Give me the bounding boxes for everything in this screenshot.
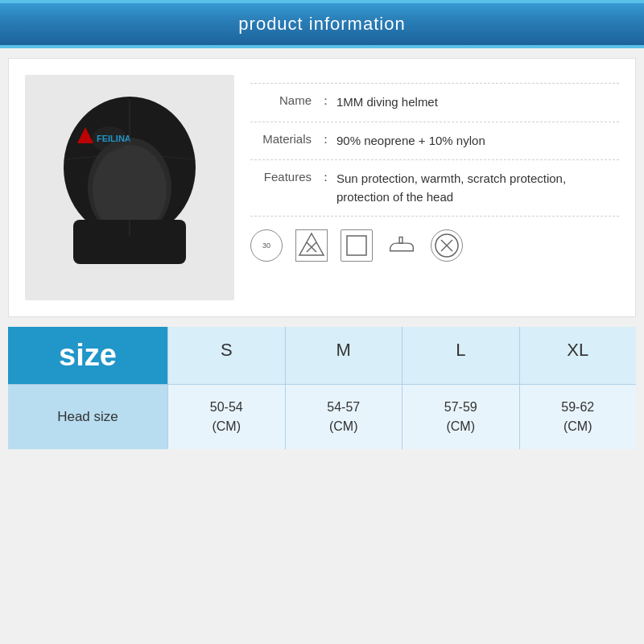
features-colon: ： <box>315 170 336 185</box>
size-header-row: size S M L XL <box>8 327 636 384</box>
col-header-m: M <box>285 327 402 384</box>
features-row: Features ： Sun protection, warmth, scrat… <box>250 160 619 217</box>
materials-value: 90% neoprene + 10% nylon <box>336 132 619 151</box>
features-label: Features <box>250 170 315 184</box>
features-value: Sun protection, warmth, scratch protecti… <box>336 170 619 206</box>
svg-text:FEILINA: FEILINA <box>97 134 131 143</box>
iron-icon <box>386 229 418 262</box>
product-details: Name ： 1MM diving helmet Materials ： 90%… <box>250 75 619 300</box>
col-header-xl: XL <box>519 327 637 384</box>
page-title: product information <box>238 14 405 35</box>
no-dry-clean-icon <box>431 229 463 262</box>
size-label-cell: size <box>8 327 167 384</box>
col-header-s: S <box>167 327 285 384</box>
svg-rect-11 <box>399 237 402 244</box>
name-colon: ： <box>315 93 336 109</box>
product-info-section: FEILINA Name ： 1MM diving helmet Materia… <box>8 58 636 317</box>
head-size-label: Head size <box>8 384 167 449</box>
size-m-value: 54-57(CM) <box>285 384 402 449</box>
col-header-l: L <box>402 327 519 384</box>
size-xl-value: 59-62(CM) <box>519 384 637 449</box>
size-s-value: 50-54(CM) <box>167 384 285 449</box>
size-label: size <box>59 338 117 373</box>
wash-icon: 30 <box>250 229 283 262</box>
product-image: FEILINA <box>25 75 234 300</box>
svg-rect-10 <box>347 236 366 255</box>
materials-row: Materials ： 90% neoprene + 10% nylon <box>250 122 619 161</box>
dry-clean-icon <box>341 229 373 262</box>
no-bleach-icon <box>295 229 328 262</box>
name-value: 1MM diving helmet <box>336 93 619 112</box>
svg-marker-7 <box>299 233 324 255</box>
materials-label: Materials <box>250 132 315 146</box>
size-section: size S M L XL Head size 50-54(CM) 54-57(… <box>8 327 636 449</box>
name-label: Name <box>250 93 315 107</box>
size-data-row: Head size 50-54(CM) 54-57(CM) 57-59(CM) … <box>8 384 636 449</box>
size-l-value: 57-59(CM) <box>402 384 519 449</box>
page-header: product information <box>0 0 644 48</box>
care-icons-row: 30 <box>250 217 619 265</box>
materials-colon: ： <box>315 132 336 147</box>
name-row: Name ： 1MM diving helmet <box>250 83 619 122</box>
